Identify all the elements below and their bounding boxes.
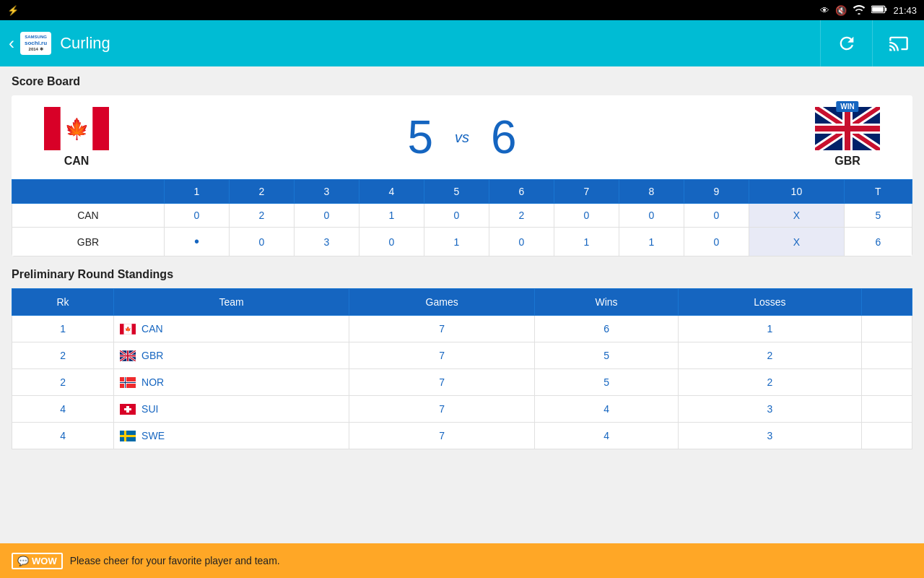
bottom-bar: 💬 WOW Please cheer for your favorite pla… bbox=[0, 543, 924, 578]
svg-rect-1 bbox=[885, 7, 886, 11]
losses-cell: 3 bbox=[679, 423, 862, 449]
extra-cell bbox=[861, 423, 912, 449]
team-code-cell: SUI bbox=[141, 403, 158, 415]
col-6-header: 6 bbox=[489, 180, 554, 204]
wifi-icon bbox=[853, 4, 866, 17]
app-logo: SAMSUNG sochi.ru 2014 ❄ bbox=[20, 32, 51, 55]
can-e8: 0 bbox=[619, 204, 684, 228]
col-9-header: 9 bbox=[684, 180, 749, 204]
score-table: 1 2 3 4 5 6 7 8 9 10 T CAN 0 bbox=[12, 179, 912, 256]
status-bar: ⚡ 👁 🔇 21:43 bbox=[0, 0, 924, 20]
cast-button[interactable] bbox=[872, 20, 924, 66]
can-total: 5 bbox=[844, 204, 912, 228]
standings-row: 2 NOR 7 5 bbox=[12, 369, 912, 396]
svg-rect-2 bbox=[873, 7, 884, 12]
gbr-total: 6 bbox=[844, 228, 912, 256]
gbr-e10: X bbox=[749, 228, 845, 256]
standings-row: 4 SUI 7 4 3 bbox=[12, 396, 912, 423]
gbr-e8: 1 bbox=[619, 228, 684, 256]
scoreboard-title: Score Board bbox=[12, 75, 912, 88]
games-cell: 7 bbox=[349, 342, 535, 369]
col-7-header: 7 bbox=[554, 180, 619, 204]
gbr-team-cell: GBR bbox=[12, 228, 165, 256]
samsung-label: SAMSUNG bbox=[25, 35, 47, 40]
col-wins-header: Wins bbox=[535, 289, 679, 316]
col-team-header: Team bbox=[114, 289, 349, 316]
can-e6: 2 bbox=[489, 204, 554, 228]
team-cell: GBR bbox=[114, 342, 349, 369]
gbr-e4: 0 bbox=[359, 228, 424, 256]
col-2-header: 2 bbox=[229, 180, 294, 204]
win-badge: WIN bbox=[836, 101, 858, 112]
losses-cell: 3 bbox=[679, 396, 862, 423]
team-code-cell: NOR bbox=[141, 376, 164, 388]
col-team-header bbox=[12, 180, 165, 204]
gbr-e2: 0 bbox=[229, 228, 294, 256]
col-10-header: 10 bbox=[749, 180, 845, 204]
games-cell: 7 bbox=[349, 396, 535, 423]
wins-cell: 5 bbox=[535, 342, 679, 369]
sochi-label: sochi.ru bbox=[25, 40, 47, 47]
table-row: CAN 0 2 0 1 0 2 0 0 0 X 5 bbox=[12, 204, 912, 228]
team-code-cell: GBR bbox=[141, 350, 163, 361]
col-games-header: Games bbox=[349, 289, 535, 316]
standings-header: Rk Team Games Wins Losses bbox=[12, 289, 912, 316]
col-empty-header bbox=[861, 289, 912, 316]
col-losses-header: Losses bbox=[679, 289, 862, 316]
team-right-code: GBR bbox=[834, 155, 860, 168]
main-content: Score Board 🍁 CAN 5 vs 6 bbox=[0, 66, 924, 458]
can-e10: X bbox=[749, 204, 845, 228]
games-cell: 7 bbox=[349, 316, 535, 342]
wow-badge: 💬 WOW bbox=[12, 553, 63, 569]
standings-title: Preliminary Round Standings bbox=[12, 268, 912, 281]
gbr-e9: 0 bbox=[684, 228, 749, 256]
battery-icon bbox=[871, 5, 887, 16]
mute-icon: 🔇 bbox=[835, 5, 847, 16]
team-cell: SUI bbox=[114, 396, 349, 423]
svg-rect-36 bbox=[124, 408, 131, 410]
wins-cell: 4 bbox=[535, 396, 679, 423]
score-card: 🍁 CAN 5 vs 6 WIN bbox=[12, 95, 912, 256]
rank-cell: 2 bbox=[12, 369, 114, 396]
gbr-flag bbox=[815, 107, 880, 150]
score-table-header: 1 2 3 4 5 6 7 8 9 10 T bbox=[12, 180, 912, 204]
bottom-message: Please cheer for your favorite player an… bbox=[70, 555, 280, 566]
year-label: 2014 ❄ bbox=[29, 47, 43, 52]
extra-cell bbox=[861, 342, 912, 369]
match-header: 🍁 CAN 5 vs 6 WIN bbox=[12, 95, 912, 179]
games-cell: 7 bbox=[349, 423, 535, 449]
col-4-header: 4 bbox=[359, 180, 424, 204]
standings-row: 4 SWE 7 4 3 bbox=[12, 423, 912, 449]
standings-table: Rk Team Games Wins Losses 1 🍁 bbox=[12, 288, 912, 449]
standings-row: 1 🍁 CAN 7 6 1 bbox=[12, 316, 912, 342]
usb-icon: ⚡ bbox=[7, 5, 19, 16]
status-right: 👁 🔇 21:43 bbox=[820, 4, 917, 17]
refresh-button[interactable] bbox=[820, 20, 872, 66]
col-3-header: 3 bbox=[294, 180, 359, 204]
can-e7: 0 bbox=[554, 204, 619, 228]
can-flag: 🍁 bbox=[44, 107, 109, 150]
games-cell: 7 bbox=[349, 369, 535, 396]
nor-flag-small bbox=[120, 377, 136, 388]
team-right: WIN GBR bbox=[797, 107, 898, 168]
team-left: 🍁 CAN bbox=[26, 107, 127, 168]
losses-cell: 1 bbox=[679, 316, 862, 342]
can-e4: 1 bbox=[359, 204, 424, 228]
rank-cell: 1 bbox=[12, 316, 114, 342]
can-flag-small: 🍁 bbox=[120, 324, 136, 335]
gbr-flag-small bbox=[120, 350, 136, 361]
losses-cell: 2 bbox=[679, 342, 862, 369]
extra-cell bbox=[861, 316, 912, 342]
rank-cell: 4 bbox=[12, 396, 114, 423]
losses-cell: 2 bbox=[679, 369, 862, 396]
top-bar-actions bbox=[820, 20, 924, 66]
svg-rect-5 bbox=[44, 107, 61, 150]
team-left-code: CAN bbox=[64, 155, 90, 168]
chat-icon: 💬 bbox=[17, 556, 29, 566]
can-e9: 0 bbox=[684, 204, 749, 228]
col-1-header: 1 bbox=[164, 180, 229, 204]
back-button[interactable]: ‹ bbox=[9, 33, 14, 53]
can-e3: 0 bbox=[294, 204, 359, 228]
score-right: 6 bbox=[491, 114, 517, 160]
status-left: ⚡ bbox=[7, 5, 19, 16]
